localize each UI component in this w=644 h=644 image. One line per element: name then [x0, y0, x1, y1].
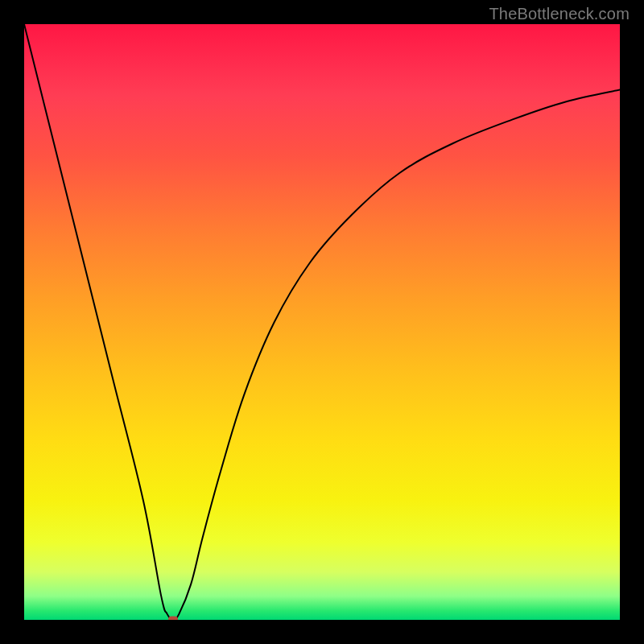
plot-area: [24, 24, 620, 620]
chart-frame: TheBottleneck.com: [0, 0, 644, 644]
bottleneck-curve: [24, 24, 620, 620]
curve-path: [24, 24, 620, 620]
optimum-marker: [168, 617, 178, 621]
watermark-text: TheBottleneck.com: [489, 5, 630, 23]
